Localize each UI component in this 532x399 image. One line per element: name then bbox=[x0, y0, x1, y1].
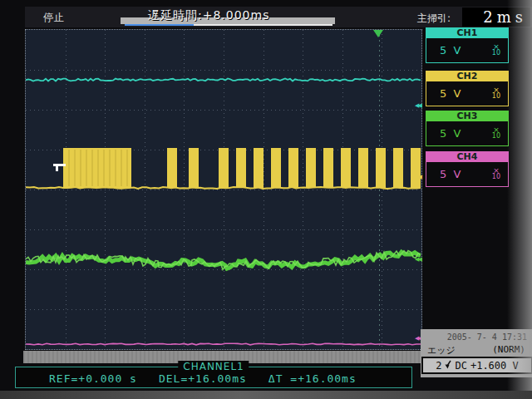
measurement-box-title: CHANNEL1 bbox=[178, 361, 249, 372]
channel-ch3-scale: 5 V bbox=[440, 127, 462, 140]
channel-ch4-scale: 5 V bbox=[440, 168, 462, 180]
graticule bbox=[25, 29, 422, 350]
trigger-type: エッジ bbox=[427, 344, 456, 357]
channel-ch2-scale: 5 V bbox=[440, 87, 462, 100]
channel-box-ch1: CH1 5 V ×10 bbox=[426, 27, 509, 63]
trigger-level: +1.600 V bbox=[470, 360, 519, 372]
left-arrows-icon: ◀◀ bbox=[415, 256, 421, 263]
trigger-coupling: DC bbox=[455, 360, 466, 372]
delay-position-track bbox=[194, 24, 332, 26]
waveform-canvas bbox=[26, 30, 421, 349]
probe-x10-icon: ×10 bbox=[492, 44, 500, 56]
delay-time-readout: 遅延時間:+8.000ms bbox=[148, 8, 269, 23]
top-status-bar: 停止 遅延時間:+8.000ms 主掃引: 2ms bbox=[25, 7, 532, 27]
main-sweep-label: 主掃引: bbox=[417, 12, 451, 26]
channel-ch1-scale: 5 V bbox=[440, 44, 462, 57]
acquisition-status: 停止 bbox=[43, 11, 65, 25]
ref-time-readout: REF=+0.000 s bbox=[49, 372, 137, 385]
channel-box-ch3: CH3 5 V ×10 bbox=[426, 111, 509, 146]
channel-ch4-header: CH4 bbox=[426, 151, 509, 162]
main-sweep-value: 2ms bbox=[462, 7, 530, 27]
trigger-position-arrow-icon bbox=[373, 30, 383, 37]
probe-x10-icon: ×10 bbox=[492, 168, 500, 180]
falling-edge-icon bbox=[445, 360, 451, 372]
channel-ch3-header: CH3 bbox=[426, 111, 509, 121]
trigger-info-panel: 2005- 7- 4 17:31 エッジ (NORM) 2 DC +1.600 … bbox=[421, 329, 532, 377]
trigger-mode: (NORM) bbox=[492, 344, 525, 357]
left-arrows-icon: ◀◀ bbox=[415, 102, 421, 109]
measurement-box: CHANNEL1 REF=+0.000 s DEL=+16.00ms ΔT =+… bbox=[15, 367, 412, 388]
channel-box-ch4: CH4 5 V ×10 bbox=[426, 151, 509, 187]
trigger-settings-box: 2 DC +1.600 V bbox=[421, 357, 532, 374]
left-arrows-icon: ◀◀ bbox=[415, 174, 421, 180]
delta-t-readout: ΔT =+16.00ms bbox=[268, 372, 357, 385]
channel-box-ch2: CH2 5 V ×10 bbox=[426, 71, 509, 106]
trigger-point-t-marker-stem bbox=[56, 166, 58, 171]
probe-x10-icon: ×10 bbox=[492, 87, 500, 99]
channel-ch1-header: CH1 bbox=[426, 27, 509, 38]
delay-position-indicator bbox=[125, 24, 194, 26]
probe-x10-icon: ×10 bbox=[492, 127, 500, 139]
datetime-readout: 2005- 7- 4 17:31 bbox=[421, 332, 527, 342]
channel-ch2-header: CH2 bbox=[426, 71, 509, 81]
delay-readout: DEL=+16.00ms bbox=[159, 372, 247, 385]
trigger-type-row: エッジ (NORM) bbox=[421, 344, 532, 357]
oscilloscope-screen: 停止 遅延時間:+8.000ms 主掃引: 2ms CH1 5 V ×10 CH… bbox=[0, 0, 532, 399]
trigger-source: 2 bbox=[436, 360, 441, 372]
bottom-bezel-strip bbox=[0, 391, 532, 399]
left-arrows-icon: ◀◀ bbox=[415, 335, 421, 342]
